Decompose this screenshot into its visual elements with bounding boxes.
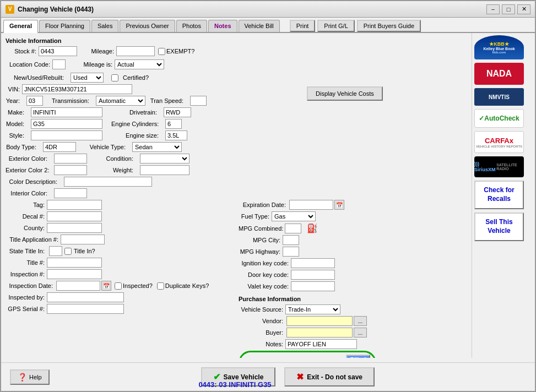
title-in-checkbox[interactable] [64,248,72,255]
state-title-input[interactable] [49,246,62,256]
location-input[interactable] [52,59,66,69]
condition-select[interactable] [140,154,190,164]
save-label: Save Vehicle [224,373,264,381]
nada-logo[interactable]: NADA [474,63,524,85]
print-button[interactable]: Print [290,20,316,32]
style-label: Style: [6,132,26,139]
ext-color2-input[interactable] [54,165,87,175]
color-desc-input[interactable] [64,177,152,187]
mpg-city-label: MPG City: [239,237,283,243]
notes-input[interactable] [285,339,357,349]
vehicle-source-select[interactable]: Trade-In [285,304,340,314]
print-buyers-guide-button[interactable]: Print Buyers Guide [357,20,421,32]
vendor-input[interactable] [286,316,353,326]
drivetrain-label: Drivetrain: [123,109,159,116]
tab-photos[interactable]: Photos [176,20,207,32]
weight-input[interactable] [140,165,190,175]
mpg-highway-input[interactable] [283,247,299,257]
nmvtis-logo[interactable]: NMVTIS [474,88,524,106]
model-input[interactable] [31,119,102,129]
tab-notes[interactable]: Notes [208,20,237,32]
new-used-label: New/Used/Rebuilt: [6,74,66,81]
title-num-label: Title #: [6,259,47,266]
bill-of-sale-button[interactable]: Bill ofSale [346,355,370,358]
tran-speed-label: Tran Speed: [150,97,186,104]
make-label: Make: [6,109,26,116]
style-input[interactable] [31,130,102,140]
notes-label: Notes: [239,341,285,347]
tab-bar: General Floor Planning Sales Previous Ow… [1,18,535,33]
drivetrain-input[interactable] [164,107,191,117]
duplicate-keys-checkbox[interactable] [157,282,164,290]
close-button[interactable]: ✕ [517,4,530,14]
mpg-city-input[interactable] [283,235,299,245]
mileage-is-select[interactable]: Actual [115,59,164,69]
display-vehicle-costs-button[interactable]: Display Vehicle Costs [307,86,383,101]
inspected-by-input[interactable] [47,292,124,302]
tab-floor-planning[interactable]: Floor Planning [39,20,90,32]
tag-input[interactable] [47,200,102,210]
ext-color2-label: Exterior Color 2: [6,167,50,173]
display-costs-container: Display Vehicle Costs [307,86,383,101]
mpg-combined-input[interactable] [285,224,301,233]
vehicle-source-label: Vehicle Source: [239,306,285,313]
autocheck-logo[interactable]: ✓AutoCheck [474,109,524,128]
decal-input[interactable] [47,211,102,221]
tag-label: Tag: [6,202,47,208]
inspection-date-calendar[interactable]: 📅 [101,281,111,291]
inspection-num-input[interactable] [47,269,102,279]
check-recalls-button[interactable]: Check for Recalls [474,181,524,209]
certified-checkbox[interactable] [111,74,118,81]
inspection-date-input[interactable] [56,281,100,291]
maximize-button[interactable]: □ [502,4,515,14]
tab-sales[interactable]: Sales [91,20,119,32]
exterior-color-input[interactable] [54,154,87,164]
expiration-calendar[interactable]: 📅 [334,200,344,210]
exempt-label: EXEMPT? [166,48,194,55]
mileage-is-label: Mileage is: [79,61,115,68]
transmission-select[interactable]: Automatic [96,96,145,106]
tran-speed-input[interactable] [190,96,207,106]
interior-color-input[interactable] [54,188,87,198]
exit-label: Exit - Do not save [307,373,362,381]
carfax-logo[interactable]: CARFAx VEHICLE HISTORY REPORTS [474,131,524,153]
stock-label: Stock #: [6,48,39,55]
inspected-checkbox[interactable] [115,282,122,290]
status-text: 0443: 03 INFINITI G35 [198,380,271,389]
engine-cyl-input[interactable] [165,119,182,129]
tab-previous-owner[interactable]: Previous Owner [120,20,175,32]
fuel-type-select[interactable]: Gas [272,211,316,221]
expiration-input[interactable] [289,200,333,210]
body-type-input[interactable] [43,142,76,152]
tab-general[interactable]: General [3,20,38,33]
print-gl-button[interactable]: Print G/L [317,20,354,32]
buyer-input[interactable] [286,328,353,337]
vendor-browse[interactable]: ... [354,316,367,326]
make-input[interactable] [31,107,102,117]
year-input[interactable] [26,96,43,106]
minimize-button[interactable]: − [486,4,500,14]
title-app-input[interactable] [61,235,105,244]
buyer-browse[interactable]: ... [354,328,367,337]
sell-vehicle-button[interactable]: Sell This Vehicle [474,213,524,241]
engine-size-input[interactable] [165,130,187,140]
door-input[interactable] [291,270,335,280]
vehicle-type-select[interactable]: Sedan [132,142,182,152]
exempt-checkbox[interactable] [158,48,165,55]
valet-input[interactable] [291,281,335,291]
gps-input[interactable] [47,304,124,314]
new-used-select[interactable]: Used [71,73,104,83]
mileage-input[interactable] [116,46,155,56]
color-desc-label: Color Description: [6,178,59,185]
siriusxm-logo[interactable]: ))) SiriusXMSATELLITE RADIO [474,156,524,177]
title-num-input[interactable] [47,258,102,268]
kbb-logo[interactable]: ★KBB★ Kelley Blue Book kbb.com [474,35,524,59]
gas-pump-icon: ⛽ [307,223,318,233]
help-label: Help [29,374,42,380]
tab-vehicle-bill[interactable]: Vehicle Bill [239,20,280,32]
door-label: Door key code: [239,271,291,278]
stock-input[interactable] [39,46,77,56]
county-input[interactable] [47,223,102,233]
vin-input[interactable] [22,84,132,94]
ignition-input[interactable] [291,258,335,268]
